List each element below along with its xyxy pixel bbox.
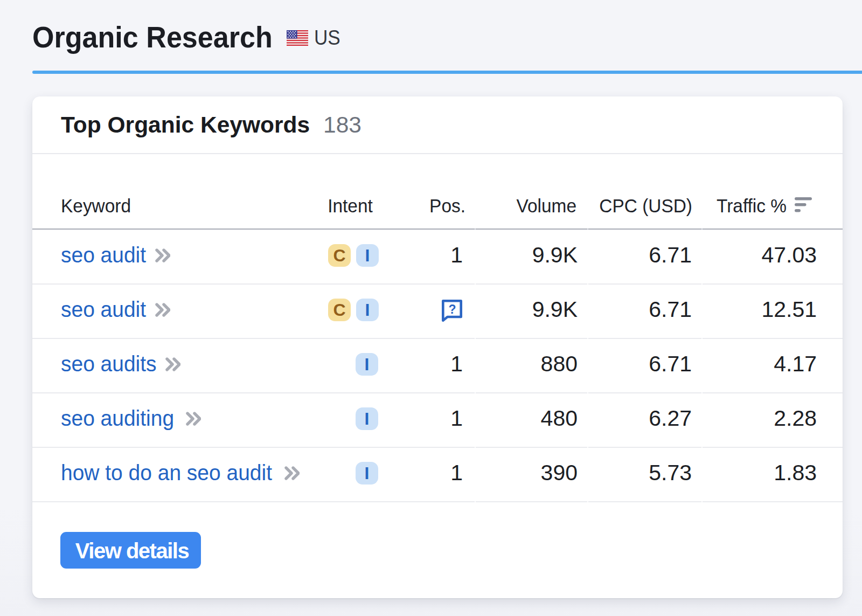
svg-text:?: ? — [448, 302, 456, 316]
